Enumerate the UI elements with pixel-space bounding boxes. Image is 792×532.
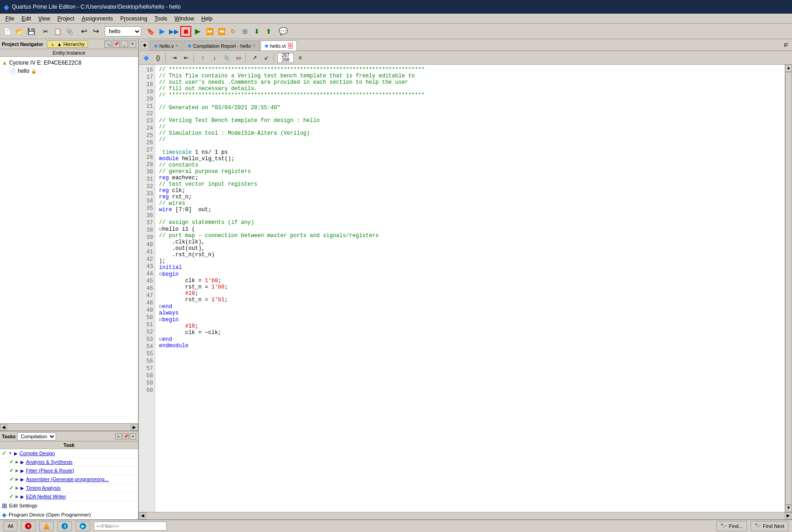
code-area[interactable]: // *************************************…: [155, 65, 785, 512]
nav-close-button[interactable]: ×: [129, 41, 136, 48]
tab-compilation-close[interactable]: ×: [253, 43, 255, 48]
task-compile-label[interactable]: Compile Design: [20, 451, 55, 456]
ed-attach-button[interactable]: 📎: [221, 52, 232, 63]
netlist-button[interactable]: ↻: [228, 26, 239, 37]
program-device-label[interactable]: Program Device (Open Programmer): [9, 512, 91, 517]
project-item[interactable]: 📄 hello 🔒: [9, 67, 136, 75]
status-info-button[interactable]: ℹ: [57, 521, 72, 531]
menu-project[interactable]: Project: [54, 15, 78, 23]
status-warning-button[interactable]: !: [39, 521, 54, 531]
menu-window[interactable]: Window: [171, 15, 198, 23]
h-scroll-right-button[interactable]: ▶: [785, 512, 792, 519]
task-fitter-label[interactable]: Fitter (Place & Route): [26, 468, 74, 473]
save-button[interactable]: 💾: [26, 26, 36, 37]
start-analysis-button[interactable]: ▶: [157, 26, 168, 37]
paste-button[interactable]: 📎: [64, 26, 75, 37]
task-timing[interactable]: ✓ ▶ ▶ Timing Analysis: [7, 484, 138, 492]
tab-compilation-report[interactable]: ◆ Compilation Report - hello ×: [184, 41, 260, 51]
filter-input[interactable]: [94, 522, 167, 531]
tab-hello-vt[interactable]: ◆ hello.vt ×: [261, 41, 297, 51]
status-error-button[interactable]: ✕: [21, 521, 36, 531]
task-fitter-expand[interactable]: ▶: [15, 468, 19, 473]
cut-button[interactable]: ✂: [40, 26, 51, 37]
left-scroll-right[interactable]: ▶: [131, 424, 138, 431]
left-scroll-track[interactable]: [7, 425, 131, 430]
rewind-button[interactable]: ⏪: [216, 26, 227, 37]
ed-expand-button[interactable]: ↗: [249, 52, 260, 63]
stop-button[interactable]: ⏹: [180, 26, 191, 37]
task-fitter[interactable]: ✓ ▶ ▶ Fitter (Place & Route): [7, 466, 138, 475]
ed-next-button[interactable]: ↓: [209, 52, 220, 63]
ed-template-button[interactable]: ▭: [233, 52, 244, 63]
redo-button[interactable]: ↪: [90, 26, 101, 37]
tasks-minimize-button[interactable]: =: [115, 433, 122, 440]
nav-pin-button[interactable]: 📌: [112, 41, 120, 48]
menu-view[interactable]: View: [35, 15, 54, 23]
tab-hello-v-close[interactable]: ×: [176, 43, 179, 48]
task-eda-netlist[interactable]: ✓ ▶ ▶ EDA Netlist Writer: [7, 492, 138, 501]
bookmark-button[interactable]: 🔖: [145, 26, 156, 37]
nav-minimize-button[interactable]: _: [121, 41, 128, 48]
tasks-dropdown[interactable]: Compilation: [17, 432, 56, 441]
program-device-row[interactable]: ◈ Program Device (Open Programmer): [0, 510, 138, 519]
menu-edit[interactable]: Edit: [18, 15, 35, 23]
status-all-button[interactable]: All: [4, 521, 17, 531]
task-analysis-expand[interactable]: ▶: [15, 460, 19, 464]
menu-file[interactable]: File: [2, 15, 18, 23]
download-button[interactable]: ⬇: [251, 26, 262, 37]
ed-indent-button[interactable]: ⇥: [169, 52, 180, 63]
scroll-down-button[interactable]: ▼: [785, 505, 792, 512]
tab-hello-v[interactable]: ◆ hello.v ×: [150, 41, 183, 51]
menu-help[interactable]: Help: [198, 15, 216, 23]
vertical-scrollbar[interactable]: ▲ ▼: [785, 65, 792, 512]
upload-button[interactable]: ⬆: [263, 26, 274, 37]
task-timing-label[interactable]: Timing Analysis: [26, 485, 61, 491]
tasks-close-button[interactable]: ×: [130, 433, 136, 440]
edit-settings-label[interactable]: Edit Settings: [9, 503, 37, 508]
task-compile-design[interactable]: ✓ ▼ ▶ Compile Design: [0, 449, 138, 458]
ed-prev-button[interactable]: ↑: [197, 52, 208, 63]
task-eda-label[interactable]: EDA Netlist Writer: [26, 494, 66, 499]
horizontal-scrollbar[interactable]: ◀ ▶: [139, 512, 792, 519]
task-assembler[interactable]: ✓ ▶ ▶ Assembler (Generate programming...: [7, 475, 138, 484]
ed-unindent-button[interactable]: ⇤: [181, 52, 192, 63]
ed-list-button[interactable]: ≡: [295, 52, 306, 63]
scroll-thumb[interactable]: [785, 72, 792, 505]
h-scroll-left-button[interactable]: ◀: [139, 512, 146, 519]
menu-processing[interactable]: Processing: [117, 15, 151, 23]
nav-search-button[interactable]: 🔍: [104, 41, 112, 48]
task-assembler-expand[interactable]: ▶: [15, 477, 19, 481]
project-dropdown[interactable]: hello: [105, 26, 141, 36]
ed-brace-button[interactable]: {}: [153, 52, 164, 63]
copy-button[interactable]: 📋: [52, 26, 63, 37]
new-file-button[interactable]: 📄: [2, 26, 13, 37]
task-timing-expand[interactable]: ▶: [15, 486, 19, 490]
ed-collapse-button[interactable]: ↙: [261, 52, 272, 63]
ed-bookmark-button[interactable]: ◆: [141, 52, 152, 63]
task-compile-expand[interactable]: ▼: [8, 451, 12, 456]
left-scroll-left[interactable]: ◀: [0, 424, 7, 431]
status-critical-button[interactable]: ▶: [76, 521, 90, 531]
h-scroll-track[interactable]: [146, 512, 785, 519]
task-assembler-label[interactable]: Assembler (Generate programming...: [26, 476, 109, 482]
task-eda-expand[interactable]: ▶: [15, 494, 19, 499]
open-file-button[interactable]: 📂: [14, 26, 25, 37]
undo-button[interactable]: ↩: [78, 26, 89, 37]
hierarchy-tab[interactable]: ▲ ▲ Hierarchy: [47, 41, 88, 48]
run-button[interactable]: ▶: [192, 26, 203, 37]
compile-button[interactable]: ▶▶: [169, 26, 179, 37]
left-horizontal-scrollbar[interactable]: ◀ ▶: [0, 423, 138, 431]
tasks-pin-button[interactable]: 📌: [123, 433, 129, 440]
task-analysis-label[interactable]: Analysis & Synthesis: [26, 459, 72, 465]
fast-forward-button[interactable]: ⏩: [204, 26, 215, 37]
find-next-button[interactable]: 🔭 Find Next: [751, 521, 788, 531]
find-button[interactable]: 🔭 Find...: [716, 521, 747, 531]
scroll-up-button[interactable]: ▲: [785, 65, 792, 72]
tab-hello-vt-close[interactable]: ×: [288, 43, 293, 49]
message-button[interactable]: 💬: [278, 26, 289, 37]
tab-scroll-left[interactable]: ◆: [141, 41, 149, 49]
edit-settings-row[interactable]: ⊞ Edit Settings: [0, 501, 138, 510]
task-analysis-synthesis[interactable]: ✓ ▶ ▶ Analysis & Synthesis: [7, 458, 138, 466]
chip-button[interactable]: ⊞: [240, 26, 250, 37]
menu-assignments[interactable]: Assignments: [78, 15, 117, 23]
